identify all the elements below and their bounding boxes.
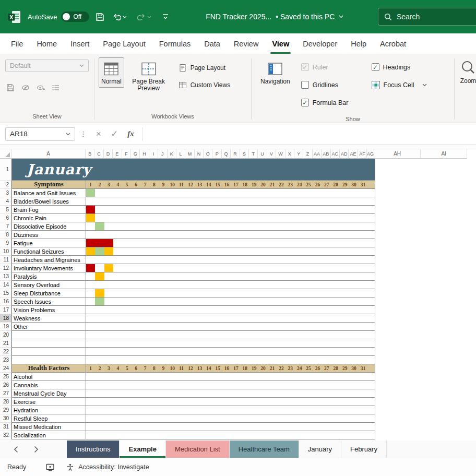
data-cell[interactable] bbox=[249, 431, 258, 439]
data-cell[interactable] bbox=[113, 356, 122, 364]
sheet-view-combo[interactable]: Default bbox=[5, 59, 89, 72]
day-number-cell[interactable]: 23 bbox=[286, 181, 295, 188]
data-cell[interactable] bbox=[295, 314, 304, 322]
row-header[interactable]: 18 bbox=[0, 314, 11, 323]
data-cell[interactable] bbox=[331, 431, 340, 439]
label-cell[interactable]: Cannabis bbox=[12, 381, 86, 389]
data-cell[interactable] bbox=[222, 298, 231, 305]
data-cell[interactable] bbox=[268, 281, 277, 289]
data-cell[interactable] bbox=[277, 281, 285, 289]
column-header[interactable]: K bbox=[168, 149, 176, 159]
insert-function-icon[interactable]: fx bbox=[127, 130, 134, 138]
data-cell[interactable] bbox=[113, 247, 122, 255]
data-cell[interactable] bbox=[277, 389, 285, 397]
data-cell[interactable] bbox=[231, 264, 240, 272]
day-number-cell[interactable]: 7 bbox=[140, 181, 149, 188]
data-cell[interactable] bbox=[241, 222, 249, 230]
data-cell[interactable] bbox=[295, 414, 304, 422]
data-cell[interactable] bbox=[277, 272, 285, 280]
filler-cell[interactable] bbox=[367, 348, 375, 355]
search-input[interactable]: Search bbox=[378, 8, 476, 26]
data-cell[interactable] bbox=[286, 239, 295, 247]
data-cell[interactable] bbox=[123, 389, 132, 397]
data-cell[interactable] bbox=[213, 406, 222, 414]
data-cell[interactable] bbox=[286, 431, 295, 439]
data-cell[interactable] bbox=[295, 398, 304, 406]
data-cell[interactable] bbox=[359, 247, 367, 255]
data-cell[interactable] bbox=[268, 189, 277, 197]
data-cell[interactable] bbox=[268, 414, 277, 422]
data-cell[interactable] bbox=[132, 431, 140, 439]
data-cell[interactable] bbox=[132, 189, 140, 197]
data-cell[interactable] bbox=[222, 264, 231, 272]
data-cell[interactable] bbox=[95, 298, 104, 305]
data-cell[interactable] bbox=[95, 281, 104, 289]
data-cell[interactable] bbox=[159, 189, 168, 197]
data-cell[interactable] bbox=[204, 264, 213, 272]
data-cell[interactable] bbox=[140, 247, 149, 255]
column-header[interactable]: C bbox=[94, 149, 103, 159]
data-cell[interactable] bbox=[195, 214, 204, 222]
data-cell[interactable] bbox=[331, 306, 340, 314]
label-cell[interactable]: Menstrual Cycle Day bbox=[12, 389, 86, 397]
label-cell[interactable]: Sensory Overload bbox=[12, 281, 86, 289]
data-cell[interactable] bbox=[349, 414, 358, 422]
data-cell[interactable] bbox=[95, 373, 104, 380]
data-cell[interactable] bbox=[241, 281, 249, 289]
data-cell[interactable] bbox=[177, 423, 186, 431]
data-cell[interactable] bbox=[186, 189, 195, 197]
data-cell[interactable] bbox=[241, 264, 249, 272]
data-cell[interactable] bbox=[150, 231, 159, 239]
data-cell[interactable] bbox=[286, 298, 295, 305]
data-cell[interactable] bbox=[95, 256, 104, 264]
data-cell[interactable] bbox=[204, 197, 213, 205]
data-cell[interactable] bbox=[277, 256, 285, 264]
data-cell[interactable] bbox=[159, 323, 168, 330]
data-cell[interactable] bbox=[304, 189, 313, 197]
day-number-cell[interactable]: 16 bbox=[222, 181, 231, 188]
data-cell[interactable] bbox=[231, 197, 240, 205]
data-cell[interactable] bbox=[249, 406, 258, 414]
data-cell[interactable] bbox=[140, 197, 149, 205]
data-cell[interactable] bbox=[249, 272, 258, 280]
sheet-tab-medication-list[interactable]: Medication List bbox=[166, 441, 230, 458]
data-cell[interactable] bbox=[104, 398, 113, 406]
filler-cell[interactable] bbox=[367, 214, 375, 222]
data-cell[interactable] bbox=[249, 381, 258, 389]
data-cell[interactable] bbox=[104, 281, 113, 289]
data-cell[interactable] bbox=[258, 189, 267, 197]
data-cell[interactable] bbox=[195, 306, 204, 314]
data-cell[interactable] bbox=[313, 197, 322, 205]
data-cell[interactable] bbox=[286, 289, 295, 297]
day-number-cell[interactable]: 15 bbox=[213, 181, 222, 188]
data-cell[interactable] bbox=[322, 281, 331, 289]
data-cell[interactable] bbox=[349, 356, 358, 364]
data-cell[interactable] bbox=[231, 206, 240, 213]
data-cell[interactable] bbox=[177, 381, 186, 389]
data-cell[interactable] bbox=[313, 381, 322, 389]
data-cell[interactable] bbox=[213, 298, 222, 305]
data-cell[interactable] bbox=[313, 339, 322, 347]
day-number-cell[interactable]: 22 bbox=[277, 181, 285, 188]
data-cell[interactable] bbox=[168, 381, 177, 389]
data-cell[interactable] bbox=[331, 247, 340, 255]
data-cell[interactable] bbox=[113, 231, 122, 239]
data-cell[interactable] bbox=[213, 323, 222, 330]
data-cell[interactable] bbox=[150, 272, 159, 280]
label-cell[interactable]: Vision Problems bbox=[12, 306, 86, 314]
data-cell[interactable] bbox=[277, 348, 285, 355]
data-cell[interactable] bbox=[140, 298, 149, 305]
data-cell[interactable] bbox=[322, 356, 331, 364]
filler-cell[interactable] bbox=[367, 381, 375, 389]
data-cell[interactable] bbox=[95, 197, 104, 205]
data-cell[interactable] bbox=[222, 289, 231, 297]
data-cell[interactable] bbox=[213, 206, 222, 213]
data-cell[interactable] bbox=[222, 239, 231, 247]
column-header[interactable]: J bbox=[158, 149, 167, 159]
data-cell[interactable] bbox=[349, 189, 358, 197]
data-cell[interactable] bbox=[140, 231, 149, 239]
data-cell[interactable] bbox=[222, 281, 231, 289]
filler-cell[interactable] bbox=[367, 256, 375, 264]
data-cell[interactable] bbox=[123, 381, 132, 389]
day-number-cell[interactable]: 29 bbox=[340, 364, 349, 372]
